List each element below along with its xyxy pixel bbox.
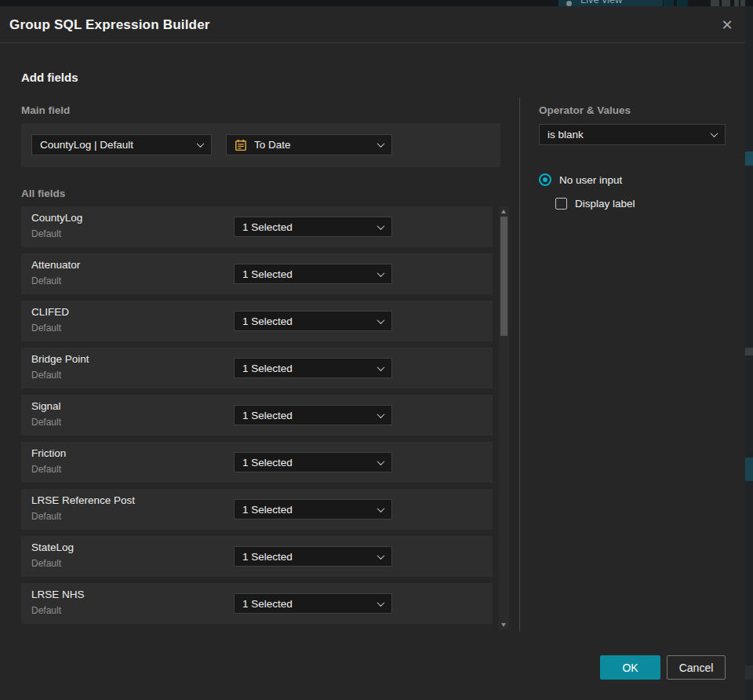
field-row: CountyLog Default 1 Selected — [21, 206, 493, 247]
field-selected-value: 1 Selected — [242, 363, 378, 374]
toolbar-button-fragment — [740, 0, 745, 6]
field-selected-dropdown[interactable]: 1 Selected — [234, 264, 392, 284]
field-selected-dropdown[interactable]: 1 Selected — [234, 358, 392, 378]
background-fragment — [745, 458, 753, 481]
live-view-toggle[interactable]: Live view — [558, 0, 663, 6]
field-sublabel: Default — [31, 323, 61, 334]
field-name: CLIFED — [31, 306, 69, 318]
field-name: Bridge Point — [31, 353, 89, 365]
dialog-title: Group SQL Expression Builder — [9, 6, 210, 43]
field-row: Friction Default 1 Selected — [21, 442, 493, 483]
main-field-select[interactable]: CountyLog | Default — [31, 134, 212, 155]
chevron-down-icon — [377, 552, 385, 560]
field-selected-value: 1 Selected — [242, 457, 378, 468]
main-field-select-value: CountyLog | Default — [40, 139, 198, 151]
background-app-strip-right — [745, 6, 753, 700]
chevron-down-icon — [377, 363, 385, 371]
field-sublabel: Default — [31, 370, 61, 381]
toolbar-button-fragment — [711, 0, 719, 6]
main-field-panel: CountyLog | Default To Date — [21, 123, 500, 167]
field-selected-dropdown[interactable]: 1 Selected — [234, 311, 392, 331]
all-fields-label: All fields — [21, 188, 65, 199]
field-name: Attenuator — [31, 259, 80, 271]
field-row: LRSE NHS Default 1 Selected — [21, 583, 493, 624]
cancel-button[interactable]: Cancel — [667, 655, 726, 680]
checkbox-unchecked-icon — [555, 198, 567, 210]
radio-selected-icon — [539, 173, 551, 186]
fields-list-scrollbar[interactable] — [499, 206, 509, 630]
field-selected-value: 1 Selected — [242, 551, 378, 563]
toolbar-button-fragment — [722, 0, 730, 6]
field-sublabel: Default — [31, 511, 61, 522]
chevron-down-icon — [377, 505, 385, 512]
chevron-down-icon — [377, 599, 385, 607]
main-field-date-value: To Date — [254, 139, 378, 151]
field-selected-value: 1 Selected — [242, 598, 378, 610]
toolbar-button-fragment — [734, 0, 739, 6]
chevron-down-icon — [377, 140, 385, 148]
scrollbar-thumb[interactable] — [500, 217, 507, 336]
background-fragment — [745, 151, 753, 166]
field-selected-value: 1 Selected — [242, 315, 378, 327]
field-sublabel: Default — [31, 417, 61, 428]
all-fields-list: CountyLog Default 1 Selected Attenuator … — [21, 206, 493, 630]
main-field-label: Main field — [21, 104, 70, 116]
field-selected-dropdown[interactable]: 1 Selected — [234, 593, 392, 614]
field-selected-dropdown[interactable]: 1 Selected — [234, 546, 392, 567]
radio-label: No user input — [559, 174, 622, 186]
field-sublabel: Default — [31, 464, 61, 475]
operator-values-label: Operator & Values — [539, 104, 631, 116]
field-name: Friction — [31, 447, 66, 459]
field-selected-value: 1 Selected — [242, 268, 378, 280]
field-sublabel: Default — [31, 275, 61, 286]
field-row: LRSE Reference Post Default 1 Selected — [21, 489, 493, 530]
chevron-down-icon — [377, 316, 385, 324]
dialog-header: Group SQL Expression Builder ✕ — [0, 6, 745, 43]
live-view-label: Live view — [580, 0, 622, 5]
field-selected-value: 1 Selected — [242, 410, 378, 421]
field-selected-dropdown[interactable]: 1 Selected — [234, 452, 392, 472]
main-field-date-select[interactable]: To Date — [226, 134, 392, 155]
field-row: Signal Default 1 Selected — [21, 395, 493, 436]
live-view-toggle-dot — [566, 1, 572, 6]
toolbar-button-fragment — [677, 0, 688, 6]
panel-divider — [519, 98, 520, 632]
no-user-input-radio[interactable]: No user input — [539, 173, 622, 186]
chevron-down-icon — [377, 269, 385, 277]
background-fragment — [745, 348, 753, 355]
field-name: LRSE NHS — [31, 589, 85, 600]
field-selected-value: 1 Selected — [242, 221, 378, 233]
chevron-down-icon — [377, 410, 385, 418]
field-row: StateLog Default 1 Selected — [21, 536, 493, 577]
close-icon[interactable]: ✕ — [715, 13, 739, 37]
chevron-down-icon — [377, 222, 385, 230]
background-app-strip-top: Live view — [0, 0, 753, 6]
field-name: LRSE Reference Post — [31, 494, 135, 506]
field-row: CLIFED Default 1 Selected — [21, 301, 493, 341]
field-name: CountyLog — [31, 212, 82, 224]
checkbox-label: Display label — [575, 198, 635, 210]
field-sublabel: Default — [31, 228, 61, 239]
background-fragment — [745, 665, 753, 680]
field-name: StateLog — [31, 541, 74, 553]
field-selected-value: 1 Selected — [242, 504, 378, 516]
toolbar-button-fragment — [664, 0, 674, 6]
field-selected-dropdown[interactable]: 1 Selected — [234, 499, 392, 520]
field-row: Bridge Point Default 1 Selected — [21, 348, 493, 388]
scroll-down-icon[interactable] — [501, 623, 506, 627]
field-row: Attenuator Default 1 Selected — [21, 253, 493, 294]
field-name: Signal — [31, 400, 61, 412]
chevron-down-icon — [197, 140, 205, 148]
calendar-icon — [235, 139, 247, 151]
field-selected-dropdown[interactable]: 1 Selected — [234, 405, 392, 425]
chevron-down-icon — [711, 129, 718, 137]
field-selected-dropdown[interactable]: 1 Selected — [234, 217, 392, 237]
display-label-checkbox[interactable]: Display label — [555, 198, 635, 210]
chevron-down-icon — [377, 458, 385, 465]
field-sublabel: Default — [31, 558, 61, 569]
ok-button[interactable]: OK — [600, 655, 660, 680]
group-sql-expression-builder-dialog: Group SQL Expression Builder ✕ Add field… — [0, 6, 745, 700]
scroll-up-icon[interactable] — [501, 210, 506, 213]
operator-value: is blank — [547, 129, 711, 140]
operator-select[interactable]: is blank — [539, 124, 726, 145]
